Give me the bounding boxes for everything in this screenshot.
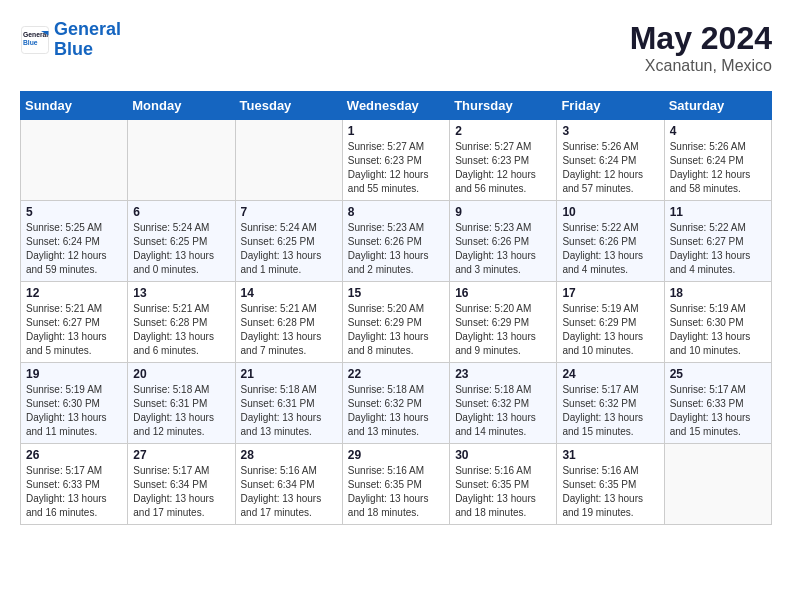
- day-number: 21: [241, 367, 337, 381]
- day-number: 7: [241, 205, 337, 219]
- calendar-cell: 3Sunrise: 5:26 AM Sunset: 6:24 PM Daylig…: [557, 120, 664, 201]
- calendar-cell: 1Sunrise: 5:27 AM Sunset: 6:23 PM Daylig…: [342, 120, 449, 201]
- day-info: Sunrise: 5:17 AM Sunset: 6:32 PM Dayligh…: [562, 383, 658, 439]
- day-number: 14: [241, 286, 337, 300]
- calendar-cell: 11Sunrise: 5:22 AM Sunset: 6:27 PM Dayli…: [664, 201, 771, 282]
- day-number: 19: [26, 367, 122, 381]
- day-number: 22: [348, 367, 444, 381]
- calendar-cell: [235, 120, 342, 201]
- day-number: 4: [670, 124, 766, 138]
- day-number: 17: [562, 286, 658, 300]
- weekday-header-thursday: Thursday: [450, 92, 557, 120]
- day-info: Sunrise: 5:24 AM Sunset: 6:25 PM Dayligh…: [241, 221, 337, 277]
- day-number: 30: [455, 448, 551, 462]
- calendar-cell: 5Sunrise: 5:25 AM Sunset: 6:24 PM Daylig…: [21, 201, 128, 282]
- calendar-cell: [664, 444, 771, 525]
- day-number: 2: [455, 124, 551, 138]
- calendar-cell: 16Sunrise: 5:20 AM Sunset: 6:29 PM Dayli…: [450, 282, 557, 363]
- weekday-header-wednesday: Wednesday: [342, 92, 449, 120]
- calendar-cell: 2Sunrise: 5:27 AM Sunset: 6:23 PM Daylig…: [450, 120, 557, 201]
- calendar-cell: 28Sunrise: 5:16 AM Sunset: 6:34 PM Dayli…: [235, 444, 342, 525]
- logo-text: GeneralBlue: [54, 20, 121, 60]
- day-number: 27: [133, 448, 229, 462]
- day-info: Sunrise: 5:26 AM Sunset: 6:24 PM Dayligh…: [670, 140, 766, 196]
- day-number: 26: [26, 448, 122, 462]
- day-info: Sunrise: 5:17 AM Sunset: 6:33 PM Dayligh…: [26, 464, 122, 520]
- title-section: May 2024 Xcanatun, Mexico: [630, 20, 772, 75]
- day-number: 25: [670, 367, 766, 381]
- day-info: Sunrise: 5:22 AM Sunset: 6:27 PM Dayligh…: [670, 221, 766, 277]
- day-info: Sunrise: 5:16 AM Sunset: 6:34 PM Dayligh…: [241, 464, 337, 520]
- day-number: 9: [455, 205, 551, 219]
- day-info: Sunrise: 5:21 AM Sunset: 6:27 PM Dayligh…: [26, 302, 122, 358]
- day-number: 13: [133, 286, 229, 300]
- week-row-1: 1Sunrise: 5:27 AM Sunset: 6:23 PM Daylig…: [21, 120, 772, 201]
- calendar-cell: [21, 120, 128, 201]
- day-number: 16: [455, 286, 551, 300]
- calendar-cell: 18Sunrise: 5:19 AM Sunset: 6:30 PM Dayli…: [664, 282, 771, 363]
- day-info: Sunrise: 5:19 AM Sunset: 6:30 PM Dayligh…: [670, 302, 766, 358]
- day-number: 6: [133, 205, 229, 219]
- day-number: 15: [348, 286, 444, 300]
- day-info: Sunrise: 5:27 AM Sunset: 6:23 PM Dayligh…: [455, 140, 551, 196]
- calendar-table: SundayMondayTuesdayWednesdayThursdayFrid…: [20, 91, 772, 525]
- day-number: 28: [241, 448, 337, 462]
- day-number: 31: [562, 448, 658, 462]
- logo: General Blue GeneralBlue: [20, 20, 121, 60]
- day-info: Sunrise: 5:19 AM Sunset: 6:29 PM Dayligh…: [562, 302, 658, 358]
- day-info: Sunrise: 5:19 AM Sunset: 6:30 PM Dayligh…: [26, 383, 122, 439]
- calendar-cell: 8Sunrise: 5:23 AM Sunset: 6:26 PM Daylig…: [342, 201, 449, 282]
- day-number: 11: [670, 205, 766, 219]
- day-number: 18: [670, 286, 766, 300]
- calendar-cell: 13Sunrise: 5:21 AM Sunset: 6:28 PM Dayli…: [128, 282, 235, 363]
- day-number: 20: [133, 367, 229, 381]
- calendar-cell: 6Sunrise: 5:24 AM Sunset: 6:25 PM Daylig…: [128, 201, 235, 282]
- weekday-header-saturday: Saturday: [664, 92, 771, 120]
- weekday-header-friday: Friday: [557, 92, 664, 120]
- day-info: Sunrise: 5:27 AM Sunset: 6:23 PM Dayligh…: [348, 140, 444, 196]
- weekday-header-tuesday: Tuesday: [235, 92, 342, 120]
- calendar-title: May 2024: [630, 20, 772, 57]
- day-info: Sunrise: 5:24 AM Sunset: 6:25 PM Dayligh…: [133, 221, 229, 277]
- calendar-cell: 7Sunrise: 5:24 AM Sunset: 6:25 PM Daylig…: [235, 201, 342, 282]
- calendar-cell: 19Sunrise: 5:19 AM Sunset: 6:30 PM Dayli…: [21, 363, 128, 444]
- day-info: Sunrise: 5:18 AM Sunset: 6:32 PM Dayligh…: [455, 383, 551, 439]
- calendar-cell: 30Sunrise: 5:16 AM Sunset: 6:35 PM Dayli…: [450, 444, 557, 525]
- day-info: Sunrise: 5:16 AM Sunset: 6:35 PM Dayligh…: [455, 464, 551, 520]
- day-info: Sunrise: 5:18 AM Sunset: 6:31 PM Dayligh…: [241, 383, 337, 439]
- calendar-cell: 17Sunrise: 5:19 AM Sunset: 6:29 PM Dayli…: [557, 282, 664, 363]
- weekday-header-row: SundayMondayTuesdayWednesdayThursdayFrid…: [21, 92, 772, 120]
- calendar-cell: 26Sunrise: 5:17 AM Sunset: 6:33 PM Dayli…: [21, 444, 128, 525]
- week-row-2: 5Sunrise: 5:25 AM Sunset: 6:24 PM Daylig…: [21, 201, 772, 282]
- day-number: 8: [348, 205, 444, 219]
- calendar-cell: 23Sunrise: 5:18 AM Sunset: 6:32 PM Dayli…: [450, 363, 557, 444]
- calendar-cell: 21Sunrise: 5:18 AM Sunset: 6:31 PM Dayli…: [235, 363, 342, 444]
- week-row-5: 26Sunrise: 5:17 AM Sunset: 6:33 PM Dayli…: [21, 444, 772, 525]
- day-number: 24: [562, 367, 658, 381]
- day-number: 29: [348, 448, 444, 462]
- day-info: Sunrise: 5:21 AM Sunset: 6:28 PM Dayligh…: [241, 302, 337, 358]
- calendar-cell: [128, 120, 235, 201]
- calendar-cell: 22Sunrise: 5:18 AM Sunset: 6:32 PM Dayli…: [342, 363, 449, 444]
- calendar-cell: 12Sunrise: 5:21 AM Sunset: 6:27 PM Dayli…: [21, 282, 128, 363]
- week-row-3: 12Sunrise: 5:21 AM Sunset: 6:27 PM Dayli…: [21, 282, 772, 363]
- day-info: Sunrise: 5:20 AM Sunset: 6:29 PM Dayligh…: [348, 302, 444, 358]
- calendar-cell: 25Sunrise: 5:17 AM Sunset: 6:33 PM Dayli…: [664, 363, 771, 444]
- week-row-4: 19Sunrise: 5:19 AM Sunset: 6:30 PM Dayli…: [21, 363, 772, 444]
- page-header: General Blue GeneralBlue May 2024 Xcanat…: [20, 20, 772, 75]
- day-number: 10: [562, 205, 658, 219]
- day-info: Sunrise: 5:26 AM Sunset: 6:24 PM Dayligh…: [562, 140, 658, 196]
- calendar-cell: 15Sunrise: 5:20 AM Sunset: 6:29 PM Dayli…: [342, 282, 449, 363]
- calendar-subtitle: Xcanatun, Mexico: [630, 57, 772, 75]
- svg-text:Blue: Blue: [23, 39, 38, 46]
- day-number: 12: [26, 286, 122, 300]
- weekday-header-sunday: Sunday: [21, 92, 128, 120]
- day-info: Sunrise: 5:17 AM Sunset: 6:33 PM Dayligh…: [670, 383, 766, 439]
- day-number: 3: [562, 124, 658, 138]
- day-number: 23: [455, 367, 551, 381]
- day-info: Sunrise: 5:18 AM Sunset: 6:31 PM Dayligh…: [133, 383, 229, 439]
- calendar-cell: 4Sunrise: 5:26 AM Sunset: 6:24 PM Daylig…: [664, 120, 771, 201]
- day-info: Sunrise: 5:23 AM Sunset: 6:26 PM Dayligh…: [348, 221, 444, 277]
- calendar-cell: 27Sunrise: 5:17 AM Sunset: 6:34 PM Dayli…: [128, 444, 235, 525]
- calendar-cell: 31Sunrise: 5:16 AM Sunset: 6:35 PM Dayli…: [557, 444, 664, 525]
